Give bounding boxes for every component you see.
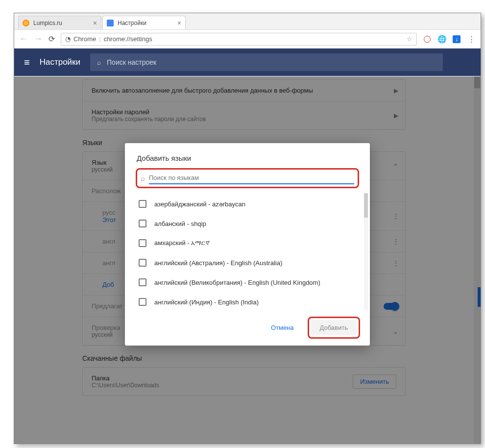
language-search-input[interactable] xyxy=(149,172,354,184)
extension-globe-icon[interactable]: 🌐 xyxy=(437,35,446,44)
highlight-add: Добавить xyxy=(308,317,360,339)
reload-button[interactable]: ⟳ xyxy=(48,34,55,44)
language-label: английский (Великобритания) - English (U… xyxy=(154,279,320,286)
tab-close-icon[interactable]: × xyxy=(177,19,181,27)
search-placeholder: Поиск настроек xyxy=(107,58,156,66)
site-info-icon[interactable]: ◔ xyxy=(65,35,71,43)
language-list: азербайджанский - azərbaycan албанский -… xyxy=(125,191,370,312)
settings-search[interactable]: ⌕ Поиск настроек xyxy=(90,53,443,71)
separator: | xyxy=(99,35,100,43)
favicon-lumpics-icon xyxy=(23,20,29,26)
cancel-button[interactable]: Отмена xyxy=(265,320,300,335)
tab-settings[interactable]: Настройки × xyxy=(102,16,186,29)
tab-label: Настройки xyxy=(118,20,146,26)
browser-menu-icon[interactable]: ⋮ xyxy=(467,35,476,44)
checkbox[interactable] xyxy=(139,200,146,208)
add-button[interactable]: Добавить xyxy=(311,320,357,335)
page-title: Настройки xyxy=(40,57,80,67)
bookmark-star-icon[interactable]: ☆ xyxy=(407,35,412,43)
downloads-icon[interactable]: ↓ xyxy=(452,35,461,44)
favicon-gear-icon xyxy=(107,20,114,26)
language-label: амхарский - አማርኛ xyxy=(154,239,210,247)
scrollbar-thumb[interactable] xyxy=(364,193,368,218)
language-option[interactable]: английский (Великобритания) - English (U… xyxy=(137,273,358,292)
tab-label: Lumpics.ru xyxy=(33,20,62,26)
language-option[interactable]: азербайджанский - azərbaycan xyxy=(137,194,358,214)
dialog-actions: Отмена Добавить xyxy=(125,312,370,339)
search-icon: ⌕ xyxy=(97,58,101,66)
language-label: английский (Австралия) - English (Austra… xyxy=(154,259,282,267)
forward-button[interactable]: → xyxy=(34,34,43,44)
language-label: азербайджанский - azərbaycan xyxy=(154,200,245,208)
language-option[interactable]: амхарский - አማርኛ xyxy=(137,233,358,253)
search-icon: ⌕ xyxy=(141,174,145,182)
origin-chip: Chrome xyxy=(73,35,96,43)
highlight-search: ⌕ xyxy=(136,168,359,188)
menu-icon[interactable]: ≡ xyxy=(24,57,30,68)
list-scrollbar[interactable] xyxy=(364,193,368,310)
checkbox[interactable] xyxy=(139,239,146,247)
checkbox[interactable] xyxy=(139,298,146,306)
browser-window: Lumpics.ru × Настройки × ← → ⟳ ◔ Chrome … xyxy=(14,13,481,444)
language-option[interactable]: албанский - shqip xyxy=(137,214,358,233)
language-option[interactable]: английский (Австралия) - English (Austra… xyxy=(137,253,358,273)
add-languages-dialog: Добавить языки ⌕ азербайджанский - azərb… xyxy=(125,143,370,346)
language-option[interactable]: английский (Индия) - English (India) xyxy=(137,292,358,312)
language-label: албанский - shqip xyxy=(154,220,206,227)
settings-header: ≡ Настройки ⌕ Поиск настроек xyxy=(14,49,481,76)
address-bar[interactable]: ◔ Chrome | chrome://settings ☆ xyxy=(61,33,417,46)
browser-toolbar: ← → ⟳ ◔ Chrome | chrome://settings ☆ 🌐 ↓… xyxy=(14,30,481,49)
url-text: chrome://settings xyxy=(104,35,152,43)
tab-strip: Lumpics.ru × Настройки × xyxy=(14,13,481,30)
checkbox[interactable] xyxy=(139,220,146,227)
dialog-title: Добавить языки xyxy=(125,154,370,168)
language-label: английский (Индия) - English (India) xyxy=(154,299,259,306)
checkbox[interactable] xyxy=(139,259,146,267)
extension-opera-icon[interactable] xyxy=(423,35,432,44)
checkbox[interactable] xyxy=(139,278,146,286)
tab-lumpics[interactable]: Lumpics.ru × xyxy=(18,16,101,29)
tab-close-icon[interactable]: × xyxy=(93,19,97,27)
back-button[interactable]: ← xyxy=(19,34,28,44)
